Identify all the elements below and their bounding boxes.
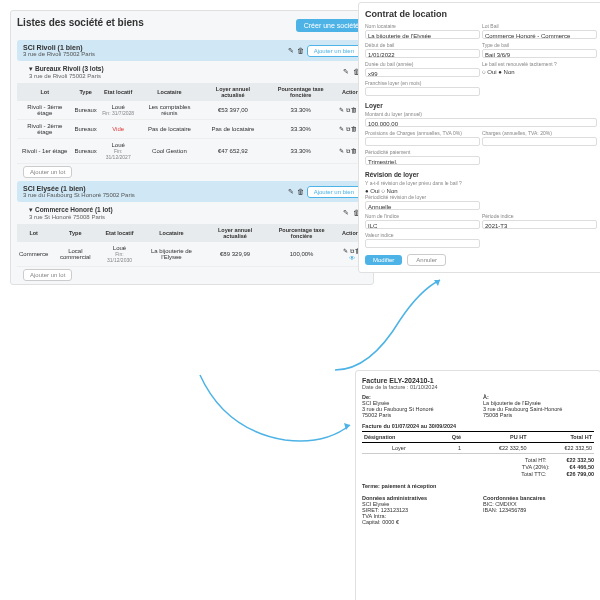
delete-icon[interactable]: 🗑 <box>351 107 357 113</box>
list-panel: Listes des société et biens Créer une so… <box>10 10 374 285</box>
period-select[interactable]: Trimestriel, <box>365 156 480 165</box>
add-lot-button[interactable]: Ajouter un lot <box>23 166 72 178</box>
view-icon[interactable]: 👁 <box>349 255 355 261</box>
table-row: Rivoli - 2ème étageBureauxVidePas de loc… <box>17 120 367 139</box>
table-row: Rivoli - 1er étageBureauxLouéFin: 31/12/… <box>17 139 367 164</box>
duplicate-icon[interactable]: ⧉ <box>346 107 350 113</box>
arrow-icon <box>330 270 450 380</box>
rent-input[interactable]: 100.000,00 <box>365 118 597 127</box>
duration-input[interactable]: x99 <box>365 68 480 77</box>
lots-table-1: LotTypeEtat locatifLocataireLoyer annuel… <box>17 83 367 164</box>
add-lot-button[interactable]: Ajouter un lot <box>23 269 72 281</box>
edit-icon[interactable]: ✎ <box>343 68 350 75</box>
edit-icon[interactable]: ✎ <box>288 188 295 195</box>
lot-select[interactable]: Commerce Honoré - Commerce <box>482 30 597 39</box>
table-row: CommerceLocal commercialLouéFin: 31/12/2… <box>17 242 367 267</box>
contract-form: Contrat de location Nom locataireLa bijo… <box>358 2 600 273</box>
form-title: Contrat de location <box>365 9 600 19</box>
add-property-button[interactable]: Ajouter un bien <box>307 186 361 198</box>
index-value-input[interactable] <box>365 239 480 248</box>
building-row-1[interactable]: ▾ Bureaux Rivoli (3 lots)3 rue de Rivoli… <box>23 61 367 83</box>
modify-button[interactable]: Modifier <box>365 255 402 265</box>
company-row-1[interactable]: SCI Rivoli (1 bien)3 rue de Rivoli 75002… <box>17 40 367 61</box>
edit-icon[interactable]: ✎ <box>343 248 348 254</box>
edit-icon[interactable]: ✎ <box>339 126 344 132</box>
charges-input[interactable] <box>482 137 597 146</box>
duplicate-icon[interactable]: ⧉ <box>346 126 350 132</box>
cancel-button[interactable]: Annuler <box>407 254 446 266</box>
franchise-input[interactable] <box>365 87 480 96</box>
invoice-number: Facture ELY-202410-1 <box>362 377 594 384</box>
arrow-icon <box>195 370 355 470</box>
page-title: Listes des société et biens <box>17 17 144 28</box>
delete-icon[interactable]: 🗑 <box>351 126 357 132</box>
index-period-input[interactable]: 2021-T3 <box>482 220 597 229</box>
invoice-panel: Facture ELY-202410-1 Date de la facture … <box>355 370 600 600</box>
create-company-button[interactable]: Créer une société <box>296 19 367 32</box>
renew-radio[interactable]: ○ Oui ● Non <box>482 69 515 75</box>
delete-icon[interactable]: 🗑 <box>351 148 357 154</box>
duplicate-icon[interactable]: ⧉ <box>350 248 354 254</box>
edit-icon[interactable]: ✎ <box>339 148 344 154</box>
lots-table-2: LotTypeEtat locatifLocataireLoyer annuel… <box>17 224 367 267</box>
start-date-input[interactable]: 1/01/2022 <box>365 49 480 58</box>
duplicate-icon[interactable]: ⧉ <box>346 148 350 154</box>
edit-icon[interactable]: ✎ <box>288 47 295 54</box>
lease-type-select[interactable]: Bail 3/6/9 <box>482 49 597 58</box>
building-row-2[interactable]: ▾ Commerce Honoré (1 lot)3 rue St Honoré… <box>23 202 367 224</box>
index-name-input[interactable]: ILC <box>365 220 480 229</box>
company-row-2[interactable]: SCI Elysée (1 bien)3 rue du Faubourg St … <box>17 181 367 202</box>
delete-icon[interactable]: 🗑 <box>297 47 305 54</box>
tenant-input[interactable]: La bijouterie de l'Elysée <box>365 30 480 39</box>
provisions-input[interactable] <box>365 137 480 146</box>
edit-icon[interactable]: ✎ <box>343 209 350 216</box>
delete-icon[interactable]: 🗑 <box>297 188 305 195</box>
add-property-button[interactable]: Ajouter un bien <box>307 45 361 57</box>
rev-period-select[interactable]: Annuelle <box>365 201 480 210</box>
invoice-table: DésignationQtéPU HTTotal HT Loyer1€22 33… <box>362 431 594 454</box>
edit-icon[interactable]: ✎ <box>339 107 344 113</box>
table-row: Rivoli - 3ème étageBureauxLouéFin: 31/7/… <box>17 101 367 120</box>
